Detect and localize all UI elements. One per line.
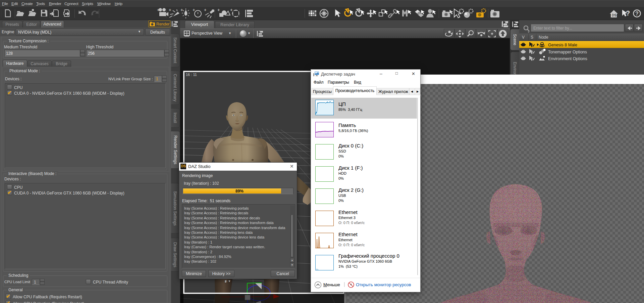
svg-text:+: + [180, 7, 183, 12]
svg-text:?: ? [635, 11, 639, 16]
svg-text:Environment Options: Environment Options [548, 56, 587, 61]
svg-text:+: + [157, 7, 160, 12]
svg-text:+: + [204, 7, 207, 12]
svg-text:Tonemapper Options: Tonemapper Options [548, 50, 587, 54]
svg-text:▮l ▼: ▮l ▼ [225, 279, 231, 283]
svg-text:+: + [230, 7, 233, 12]
svg-text:+: + [193, 7, 195, 12]
svg-text:?: ? [626, 9, 630, 17]
svg-text:+: + [217, 7, 220, 12]
svg-text:16 : 11: 16 : 11 [186, 73, 197, 77]
svg-text:+: + [169, 7, 171, 12]
svg-text:DS: DS [612, 13, 616, 17]
svg-text:Genesis 8 Male: Genesis 8 Male [548, 43, 577, 47]
